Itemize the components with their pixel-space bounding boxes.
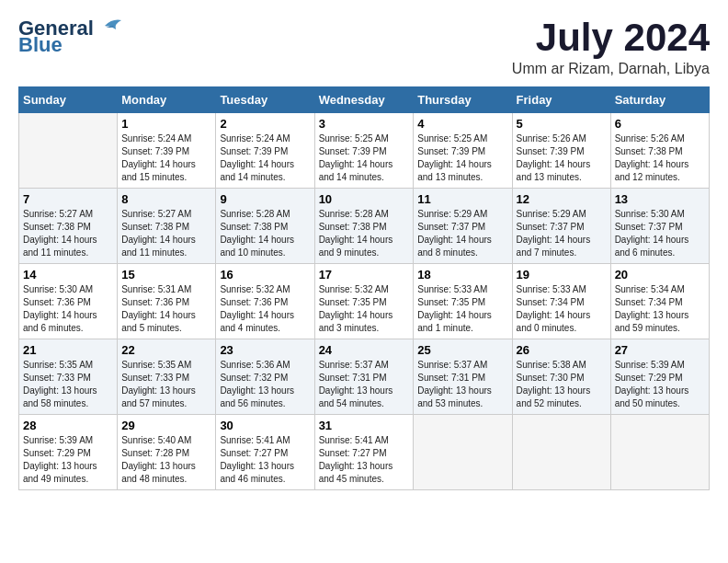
- calendar-week-row: 21 Sunrise: 5:35 AM Sunset: 7:33 PM Dayl…: [19, 339, 710, 415]
- calendar-cell: 13 Sunrise: 5:30 AM Sunset: 7:37 PM Dayl…: [610, 189, 709, 264]
- calendar-cell: 25 Sunrise: 5:37 AM Sunset: 7:31 PM Dayl…: [414, 339, 512, 415]
- day-number: 10: [319, 192, 410, 206]
- calendar-cell: 9 Sunrise: 5:28 AM Sunset: 7:38 PM Dayli…: [216, 189, 314, 264]
- day-info: Sunrise: 5:27 AM Sunset: 7:38 PM Dayligh…: [23, 208, 113, 259]
- day-number: 3: [319, 117, 410, 131]
- day-number: 13: [615, 192, 705, 206]
- day-info: Sunrise: 5:37 AM Sunset: 7:31 PM Dayligh…: [417, 359, 507, 410]
- day-info: Sunrise: 5:32 AM Sunset: 7:35 PM Dayligh…: [319, 283, 410, 335]
- day-info: Sunrise: 5:34 AM Sunset: 7:34 PM Dayligh…: [615, 283, 705, 335]
- calendar-cell: 28 Sunrise: 5:39 AM Sunset: 7:29 PM Dayl…: [19, 415, 118, 490]
- day-number: 18: [417, 268, 507, 282]
- calendar-cell: 16 Sunrise: 5:32 AM Sunset: 7:36 PM Dayl…: [216, 264, 314, 339]
- day-info: Sunrise: 5:35 AM Sunset: 7:33 PM Dayligh…: [121, 359, 211, 410]
- day-info: Sunrise: 5:29 AM Sunset: 7:37 PM Dayligh…: [517, 208, 607, 259]
- calendar-cell: 15 Sunrise: 5:31 AM Sunset: 7:36 PM Dayl…: [118, 264, 216, 339]
- day-number: 14: [23, 268, 113, 282]
- calendar-cell: 22 Sunrise: 5:35 AM Sunset: 7:33 PM Dayl…: [118, 339, 216, 415]
- day-info: Sunrise: 5:35 AM Sunset: 7:33 PM Dayligh…: [23, 359, 113, 410]
- day-number: 16: [220, 268, 310, 282]
- calendar-cell: 20 Sunrise: 5:34 AM Sunset: 7:34 PM Dayl…: [610, 264, 709, 339]
- day-info: Sunrise: 5:24 AM Sunset: 7:39 PM Dayligh…: [220, 132, 310, 184]
- calendar-header-row: SundayMondayTuesdayWednesdayThursdayFrid…: [19, 87, 710, 113]
- calendar-cell: 3 Sunrise: 5:25 AM Sunset: 7:39 PM Dayli…: [314, 113, 414, 189]
- logo-bird-icon: [96, 17, 123, 37]
- column-header-thursday: Thursday: [414, 87, 512, 113]
- calendar-cell: 23 Sunrise: 5:36 AM Sunset: 7:32 PM Dayl…: [216, 339, 314, 415]
- calendar-cell: 8 Sunrise: 5:27 AM Sunset: 7:38 PM Dayli…: [118, 189, 216, 264]
- day-number: 30: [220, 419, 310, 432]
- day-number: 11: [417, 192, 507, 206]
- day-info: Sunrise: 5:41 AM Sunset: 7:27 PM Dayligh…: [220, 434, 310, 486]
- calendar-cell: 17 Sunrise: 5:32 AM Sunset: 7:35 PM Dayl…: [314, 264, 414, 339]
- day-number: 19: [517, 268, 607, 282]
- day-info: Sunrise: 5:37 AM Sunset: 7:31 PM Dayligh…: [319, 359, 410, 410]
- day-number: 27: [615, 343, 705, 357]
- day-number: 22: [121, 343, 211, 357]
- day-info: Sunrise: 5:27 AM Sunset: 7:38 PM Dayligh…: [121, 208, 211, 259]
- day-number: 17: [319, 268, 410, 282]
- calendar-cell: 1 Sunrise: 5:24 AM Sunset: 7:39 PM Dayli…: [118, 113, 216, 189]
- calendar-week-row: 14 Sunrise: 5:30 AM Sunset: 7:36 PM Dayl…: [19, 264, 710, 339]
- calendar-cell: [610, 415, 709, 490]
- day-number: 20: [615, 268, 705, 282]
- day-info: Sunrise: 5:30 AM Sunset: 7:36 PM Dayligh…: [23, 283, 113, 335]
- column-header-saturday: Saturday: [610, 87, 709, 113]
- day-info: Sunrise: 5:31 AM Sunset: 7:36 PM Dayligh…: [121, 283, 211, 335]
- day-number: 24: [319, 343, 410, 357]
- calendar-cell: 30 Sunrise: 5:41 AM Sunset: 7:27 PM Dayl…: [216, 415, 314, 490]
- day-info: Sunrise: 5:36 AM Sunset: 7:32 PM Dayligh…: [220, 359, 310, 410]
- day-info: Sunrise: 5:29 AM Sunset: 7:37 PM Dayligh…: [417, 208, 507, 259]
- calendar-cell: 4 Sunrise: 5:25 AM Sunset: 7:39 PM Dayli…: [414, 113, 512, 189]
- day-info: Sunrise: 5:28 AM Sunset: 7:38 PM Dayligh…: [319, 208, 410, 259]
- day-info: Sunrise: 5:33 AM Sunset: 7:35 PM Dayligh…: [417, 283, 507, 335]
- day-info: Sunrise: 5:41 AM Sunset: 7:27 PM Dayligh…: [319, 434, 410, 486]
- calendar-cell: 18 Sunrise: 5:33 AM Sunset: 7:35 PM Dayl…: [414, 264, 512, 339]
- day-number: 1: [121, 117, 211, 131]
- calendar-cell: 31 Sunrise: 5:41 AM Sunset: 7:27 PM Dayl…: [314, 415, 414, 490]
- title-block: July 2024 Umm ar Rizam, Darnah, Libya: [512, 18, 710, 77]
- day-info: Sunrise: 5:24 AM Sunset: 7:39 PM Dayligh…: [121, 132, 211, 184]
- calendar-cell: 26 Sunrise: 5:38 AM Sunset: 7:30 PM Dayl…: [512, 339, 610, 415]
- column-header-tuesday: Tuesday: [216, 87, 314, 113]
- day-number: 23: [220, 343, 310, 357]
- column-header-friday: Friday: [512, 87, 610, 113]
- calendar-cell: 11 Sunrise: 5:29 AM Sunset: 7:37 PM Dayl…: [414, 189, 512, 264]
- day-info: Sunrise: 5:33 AM Sunset: 7:34 PM Dayligh…: [517, 283, 607, 335]
- calendar-cell: 29 Sunrise: 5:40 AM Sunset: 7:28 PM Dayl…: [118, 415, 216, 490]
- calendar-week-row: 7 Sunrise: 5:27 AM Sunset: 7:38 PM Dayli…: [19, 189, 710, 264]
- day-number: 28: [23, 419, 113, 432]
- day-number: 2: [220, 117, 310, 131]
- day-info: Sunrise: 5:25 AM Sunset: 7:39 PM Dayligh…: [417, 132, 507, 184]
- day-number: 29: [121, 419, 211, 432]
- calendar-cell: [414, 415, 512, 490]
- column-header-sunday: Sunday: [19, 87, 118, 113]
- calendar-cell: 2 Sunrise: 5:24 AM Sunset: 7:39 PM Dayli…: [216, 113, 314, 189]
- calendar-cell: 6 Sunrise: 5:26 AM Sunset: 7:38 PM Dayli…: [610, 113, 709, 189]
- day-number: 8: [121, 192, 211, 206]
- day-info: Sunrise: 5:39 AM Sunset: 7:29 PM Dayligh…: [23, 434, 113, 486]
- day-number: 12: [517, 192, 607, 206]
- day-info: Sunrise: 5:38 AM Sunset: 7:30 PM Dayligh…: [517, 359, 607, 410]
- day-number: 7: [23, 192, 113, 206]
- page-header: General Blue July 2024 Umm ar Rizam, Dar…: [18, 18, 710, 77]
- day-number: 5: [517, 117, 607, 131]
- calendar-cell: 19 Sunrise: 5:33 AM Sunset: 7:34 PM Dayl…: [512, 264, 610, 339]
- day-info: Sunrise: 5:32 AM Sunset: 7:36 PM Dayligh…: [220, 283, 310, 335]
- calendar-cell: [512, 415, 610, 490]
- day-info: Sunrise: 5:26 AM Sunset: 7:39 PM Dayligh…: [517, 132, 607, 184]
- calendar-week-row: 1 Sunrise: 5:24 AM Sunset: 7:39 PM Dayli…: [19, 113, 710, 189]
- day-number: 21: [23, 343, 113, 357]
- calendar-cell: 14 Sunrise: 5:30 AM Sunset: 7:36 PM Dayl…: [19, 264, 118, 339]
- calendar-cell: 27 Sunrise: 5:39 AM Sunset: 7:29 PM Dayl…: [610, 339, 709, 415]
- calendar-table: SundayMondayTuesdayWednesdayThursdayFrid…: [18, 86, 710, 490]
- day-number: 15: [121, 268, 211, 282]
- day-number: 4: [417, 117, 507, 131]
- day-number: 25: [417, 343, 507, 357]
- calendar-cell: 7 Sunrise: 5:27 AM Sunset: 7:38 PM Dayli…: [19, 189, 118, 264]
- day-info: Sunrise: 5:30 AM Sunset: 7:37 PM Dayligh…: [615, 208, 705, 259]
- day-number: 26: [517, 343, 607, 357]
- day-number: 31: [319, 419, 410, 432]
- day-info: Sunrise: 5:39 AM Sunset: 7:29 PM Dayligh…: [615, 359, 705, 410]
- day-info: Sunrise: 5:25 AM Sunset: 7:39 PM Dayligh…: [319, 132, 410, 184]
